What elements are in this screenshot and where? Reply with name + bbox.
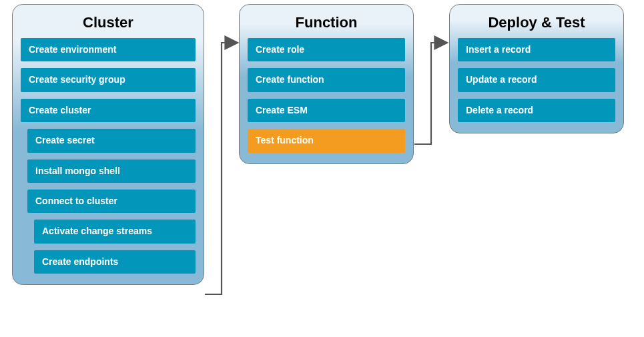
step-create-security-group: Create security group — [21, 68, 196, 91]
step-create-role: Create role — [248, 38, 405, 61]
step-test-function: Test function — [248, 129, 405, 152]
step-create-esm: Create ESM — [248, 99, 405, 122]
panel-title-function: Function — [248, 14, 405, 31]
step-install-mongo-shell: Install mongo shell — [27, 159, 196, 183]
step-update-record: Update a record — [458, 68, 615, 91]
step-create-function: Create function — [248, 68, 405, 91]
step-create-cluster: Create cluster — [21, 99, 196, 122]
arrow-function-to-deploy — [412, 37, 452, 184]
step-connect-to-cluster: Connect to cluster — [27, 190, 196, 213]
step-insert-record: Insert a record — [458, 38, 615, 61]
step-delete-record: Delete a record — [458, 99, 615, 122]
panel-function: Function Create role Create function Cre… — [239, 4, 414, 164]
step-activate-change-streams: Activate change streams — [34, 220, 196, 243]
step-create-endpoints: Create endpoints — [34, 250, 196, 274]
arrow-cluster-to-function — [203, 37, 243, 304]
step-create-secret: Create secret — [27, 129, 196, 152]
step-create-environment: Create environment — [21, 38, 196, 61]
panel-title-deploy-test: Deploy & Test — [458, 14, 615, 31]
panel-title-cluster: Cluster — [21, 14, 196, 31]
panel-deploy-test: Deploy & Test Insert a record Update a r… — [449, 4, 624, 133]
panel-cluster: Cluster Create environment Create securi… — [12, 4, 204, 285]
